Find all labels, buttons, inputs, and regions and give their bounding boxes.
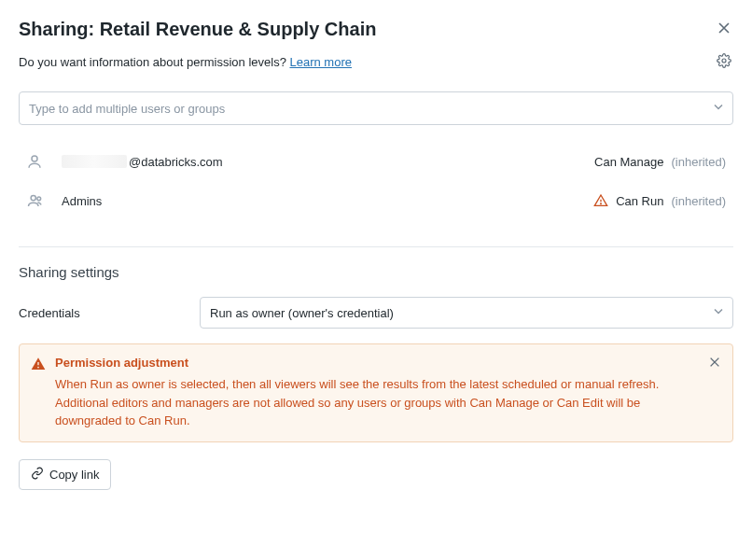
permission-adjustment-alert: Permission adjustment When Run as owner …: [19, 343, 733, 442]
dialog-title: Sharing: Retail Revenue & Supply Chain: [19, 19, 376, 40]
redacted-text: [62, 155, 127, 168]
permission-row: Admins Can Run (inherited): [19, 181, 733, 220]
alert-title: Permission adjustment: [55, 356, 695, 370]
close-button[interactable]: [715, 19, 733, 40]
permission-row: @databricks.com Can Manage (inherited): [19, 142, 733, 181]
gear-icon: [717, 53, 731, 71]
permission-inherited-label: (inherited): [671, 155, 726, 169]
credentials-value: Run as owner (owner's credential): [210, 306, 394, 320]
user-icon: [26, 153, 49, 170]
close-icon: [708, 356, 721, 371]
settings-button[interactable]: [715, 51, 733, 73]
permission-level-cell: Can Manage (inherited): [594, 155, 726, 169]
copy-link-button[interactable]: Copy link: [19, 459, 111, 490]
divider: [19, 246, 733, 247]
svg-point-0: [722, 59, 726, 63]
learn-more-link[interactable]: Learn more: [289, 55, 351, 69]
credentials-select[interactable]: Run as owner (owner's credential): [200, 297, 733, 329]
warning-icon: [593, 193, 608, 208]
permission-level-cell: Can Run (inherited): [593, 193, 726, 208]
permission-level: Can Run: [616, 194, 663, 208]
copy-link-label: Copy link: [49, 468, 99, 482]
permission-info-prompt: Do you want information about permission…: [19, 55, 289, 69]
permission-level: Can Manage: [594, 155, 663, 169]
permission-principal-name: @databricks.com: [62, 155, 581, 169]
add-users-input[interactable]: [19, 91, 733, 125]
group-icon: [26, 192, 49, 209]
credentials-label: Credentials: [19, 306, 200, 320]
svg-point-3: [37, 197, 41, 201]
warning-icon: [31, 357, 46, 430]
svg-point-2: [31, 195, 35, 200]
email-suffix: @databricks.com: [129, 155, 223, 169]
sharing-settings-title: Sharing settings: [19, 264, 733, 280]
svg-point-5: [37, 367, 39, 369]
permission-principal-name: Admins: [62, 194, 580, 208]
close-icon: [717, 21, 731, 38]
svg-point-1: [32, 156, 37, 161]
permission-inherited-label: (inherited): [671, 194, 726, 208]
permission-list: @databricks.com Can Manage (inherited) A…: [19, 142, 733, 220]
permission-info-text: Do you want information about permission…: [19, 55, 352, 69]
svg-point-4: [601, 203, 602, 204]
link-icon: [31, 467, 44, 483]
alert-close-button[interactable]: [706, 354, 723, 373]
group-name: Admins: [62, 194, 102, 208]
alert-body: When Run as owner is selected, then all …: [55, 375, 695, 430]
